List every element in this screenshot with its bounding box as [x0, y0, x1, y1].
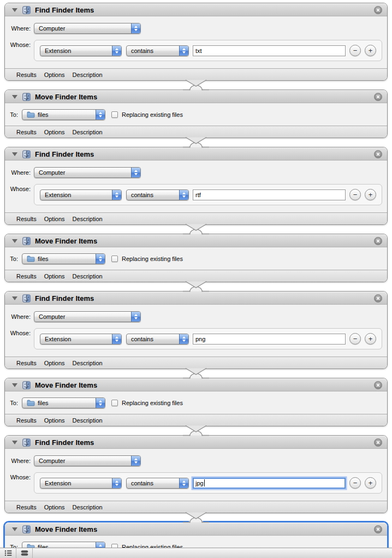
attribute-popup[interactable]: Extension [40, 45, 122, 56]
to-label: To: [5, 400, 18, 406]
destination-popup[interactable]: files [22, 109, 105, 120]
where-popup[interactable]: Computer [34, 455, 141, 466]
action-footer: Results Options Description [5, 414, 387, 426]
close-icon[interactable] [374, 237, 382, 245]
close-icon[interactable] [374, 294, 382, 302]
value-field[interactable]: png [193, 334, 346, 345]
description-link[interactable]: Description [73, 72, 103, 78]
action-find-finder-items-4[interactable]: Find Finder Items Where: Computer Whose:… [4, 435, 388, 513]
finder-icon [22, 6, 31, 14]
options-link[interactable]: Options [44, 417, 65, 424]
options-link[interactable]: Options [44, 360, 65, 366]
results-link[interactable]: Results [16, 216, 37, 222]
action-move-finder-items-1[interactable]: Move Finder Items To: files Replacing ex… [4, 90, 388, 138]
options-link[interactable]: Options [44, 72, 65, 78]
options-link[interactable]: Options [44, 504, 65, 510]
remove-criterion-button[interactable]: − [349, 189, 361, 200]
disclosure-triangle-icon[interactable] [12, 296, 17, 300]
value-field[interactable]: rtf [193, 189, 346, 200]
value-field-focused[interactable]: jpg [193, 478, 346, 489]
description-link[interactable]: Description [73, 417, 103, 424]
action-find-finder-items-1[interactable]: Find Finder Items Where: Computer Whose:… [4, 3, 388, 81]
list-view-icon[interactable] [0, 548, 16, 558]
close-icon[interactable] [374, 438, 382, 447]
action-title: Find Finder Items [35, 294, 94, 302]
popup-arrows-icon [179, 334, 188, 344]
replacing-checkbox[interactable] [111, 111, 118, 118]
results-link[interactable]: Results [16, 129, 37, 135]
replacing-label: Replacing existing files [122, 400, 183, 406]
to-label: To: [5, 256, 18, 262]
description-link[interactable]: Description [73, 504, 103, 510]
add-criterion-button[interactable]: + [365, 45, 376, 56]
close-icon[interactable] [374, 150, 382, 158]
results-link[interactable]: Results [16, 72, 37, 78]
close-icon[interactable] [374, 525, 382, 533]
relation-popup[interactable]: contains [126, 45, 189, 56]
options-link[interactable]: Options [44, 273, 65, 280]
popup-arrows-icon [131, 456, 140, 466]
whose-label: Whose: [5, 40, 31, 48]
destination-popup[interactable]: files [22, 397, 105, 408]
action-header[interactable]: Find Finder Items [5, 3, 387, 16]
action-find-finder-items-2[interactable]: Find Finder Items Where: Computer Whose:… [4, 147, 388, 225]
description-link[interactable]: Description [73, 273, 103, 280]
results-link[interactable]: Results [16, 417, 37, 424]
action-find-finder-items-3[interactable]: Find Finder Items Where: Computer Whose:… [4, 291, 388, 369]
add-criterion-button[interactable]: + [365, 477, 376, 489]
add-criterion-button[interactable]: + [365, 333, 376, 345]
disclosure-triangle-icon[interactable] [12, 95, 17, 99]
action-footer: Results Options Description [5, 501, 387, 513]
action-title: Find Finder Items [35, 6, 94, 14]
action-connector [4, 513, 388, 522]
results-link[interactable]: Results [16, 273, 37, 280]
remove-criterion-button[interactable]: − [349, 333, 361, 345]
options-link[interactable]: Options [44, 129, 65, 135]
disclosure-triangle-icon[interactable] [12, 239, 17, 243]
results-link[interactable]: Results [16, 504, 37, 510]
where-label: Where: [5, 313, 31, 320]
relation-popup[interactable]: contains [126, 334, 189, 345]
attribute-popup[interactable]: Extension [40, 189, 122, 200]
criteria-groupbox: Extension contains rtf − + [34, 184, 382, 205]
replacing-checkbox[interactable] [111, 400, 118, 406]
workflow-segments-icon[interactable] [16, 548, 32, 558]
close-icon[interactable] [374, 93, 382, 101]
criteria-groupbox: Extension contains png − + [34, 328, 382, 349]
description-link[interactable]: Description [73, 129, 103, 135]
disclosure-triangle-icon[interactable] [12, 527, 17, 531]
action-move-finder-items-2[interactable]: Move Finder Items To: files Replacing ex… [4, 234, 388, 282]
add-criterion-button[interactable]: + [365, 189, 376, 200]
action-move-finder-items-3[interactable]: Move Finder Items To: files Replacing ex… [4, 378, 388, 426]
popup-arrows-icon [112, 334, 121, 344]
where-popup[interactable]: Computer [34, 167, 141, 178]
disclosure-triangle-icon[interactable] [12, 383, 17, 387]
action-connector [4, 225, 388, 234]
results-link[interactable]: Results [16, 360, 37, 366]
close-icon[interactable] [374, 6, 382, 14]
where-popup[interactable]: Computer [34, 311, 141, 322]
description-link[interactable]: Description [73, 216, 103, 222]
action-connector [4, 138, 388, 147]
close-icon[interactable] [374, 381, 382, 389]
relation-popup[interactable]: contains [126, 478, 189, 489]
folder-icon [27, 400, 35, 406]
options-link[interactable]: Options [44, 216, 65, 222]
description-link[interactable]: Description [73, 360, 103, 366]
remove-criterion-button[interactable]: − [349, 45, 361, 56]
statusbar-divider [32, 548, 33, 558]
value-field[interactable]: txt [193, 45, 346, 56]
finder-icon [22, 381, 31, 389]
attribute-popup[interactable]: Extension [40, 334, 122, 345]
status-bar [0, 548, 392, 558]
relation-popup[interactable]: contains [126, 189, 189, 200]
destination-popup[interactable]: files [22, 253, 105, 264]
disclosure-triangle-icon[interactable] [12, 8, 17, 12]
attribute-popup[interactable]: Extension [40, 478, 122, 489]
disclosure-triangle-icon[interactable] [12, 441, 17, 444]
popup-arrows-icon [96, 254, 105, 264]
replacing-checkbox[interactable] [111, 256, 118, 262]
where-popup[interactable]: Computer [34, 23, 141, 34]
disclosure-triangle-icon[interactable] [12, 152, 17, 156]
remove-criterion-button[interactable]: − [349, 477, 361, 489]
